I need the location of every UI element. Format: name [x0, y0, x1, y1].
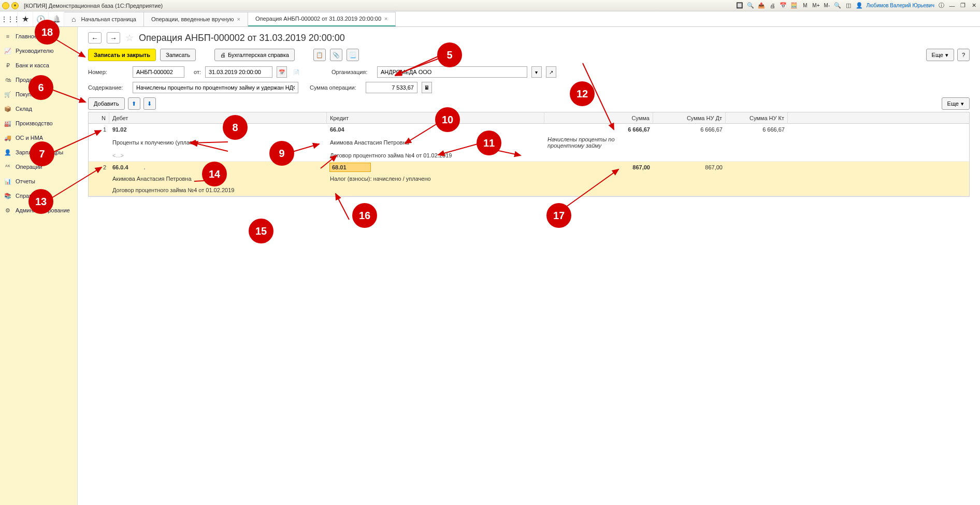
sidebar-label: Банк и касса [16, 62, 49, 68]
sidebar-item-production[interactable]: 🏭Производство [0, 116, 77, 131]
date-input[interactable] [205, 66, 272, 78]
cell-n[interactable]: 2 [89, 163, 109, 171]
th-sum[interactable]: Сумма [544, 112, 653, 124]
th-n[interactable]: N [89, 112, 109, 124]
favorites-icon[interactable] [18, 12, 33, 26]
print-button[interactable]: 🖨Бухгалтерская справка [214, 49, 295, 61]
annotation-6: 6 [28, 75, 53, 100]
tab-operation[interactable]: Операция АНБП-000002 от 31.03.2019 20:00… [248, 12, 396, 26]
logo-icon[interactable] [2, 2, 9, 9]
cell-sum[interactable]: 867,00 [544, 163, 653, 171]
sidebar-label: Производство [16, 120, 53, 126]
cell-credit-sub2[interactable] [327, 189, 544, 191]
table-more-button[interactable]: Еще ▾ [942, 97, 970, 110]
salary-icon: 👤 [4, 149, 11, 156]
tb-icon-mg[interactable]: 🔍 [833, 2, 842, 10]
sidebar-item-bank[interactable]: ₽Банк и касса [0, 58, 77, 73]
cell-debit-sub1[interactable]: Проценты к получению (уплате) [109, 138, 327, 147]
save-button[interactable]: Записать [160, 49, 196, 61]
org-label: Организация: [332, 69, 373, 75]
tab-operations-list[interactable]: Операции, введенные вручную × [144, 12, 248, 26]
cell-sumdt[interactable]: 867,00 [653, 163, 726, 171]
sidebar-item-manager[interactable]: 📈Руководителю [0, 44, 77, 58]
sidebar-label: Склад [16, 106, 32, 112]
table-row[interactable]: 1 91.02 66.04 6 666,67 6 666,67 6 666,67… [89, 124, 969, 162]
org-select-icon[interactable]: ▾ [531, 66, 542, 78]
cell-credit-sub1[interactable]: Налог (взносы): начислено / уплачено [327, 175, 544, 183]
tb-mm[interactable]: M- [823, 2, 831, 10]
cell-credit-acc[interactable]: 66.04 [327, 125, 544, 134]
content-input[interactable] [133, 82, 298, 93]
move-up-button[interactable]: ⬆ [128, 97, 140, 110]
cell-sumkt[interactable]: 6 666,67 [726, 125, 788, 134]
tb-mp[interactable]: M+ [812, 2, 820, 10]
tb-icon-calc[interactable]: 🧮 [790, 2, 798, 10]
annotation-14: 14 [202, 162, 227, 186]
list-icon-button[interactable]: 📃 [347, 49, 359, 61]
svg-line-7 [336, 194, 349, 220]
number-input[interactable] [133, 66, 184, 78]
sidebar-item-warehouse[interactable]: 📦Склад [0, 102, 77, 116]
annotation-5: 5 [437, 42, 462, 67]
apps-icon[interactable] [2, 12, 18, 26]
cell-credit-acc[interactable]: 68.01 [327, 162, 544, 172]
annotation-8: 8 [223, 115, 248, 140]
th-sumdt[interactable]: Сумма НУ Дт [653, 112, 726, 124]
date-label: от: [194, 69, 201, 75]
main-icon: ≡ [4, 33, 11, 39]
register-icon-button[interactable]: 📋 [313, 49, 326, 61]
dropdown-icon[interactable]: ▾ [11, 2, 19, 9]
cell-credit-sub1[interactable]: Акимова Анастасия Петровна [327, 138, 544, 147]
help-button[interactable]: ? [957, 49, 970, 61]
attach-icon-button[interactable]: 📎 [330, 49, 342, 61]
tb-icon-1[interactable]: 🔲 [736, 2, 744, 10]
warehouse-icon: 📦 [4, 106, 11, 112]
calendar-icon[interactable]: 📅 [277, 66, 287, 78]
main: ≡Главное 📈Руководителю ₽Банк и касса 🛍Пр… [0, 27, 980, 505]
org-input[interactable] [377, 66, 527, 78]
cell-credit-sub2[interactable]: Договор процентного займа №4 от 01.02.20… [327, 151, 544, 160]
annotation-9: 9 [269, 141, 294, 166]
calc-icon[interactable]: 🖩 [422, 82, 432, 93]
tb-m[interactable]: M [801, 2, 809, 10]
th-debit[interactable]: Дебет [109, 112, 327, 124]
tb-icon-3[interactable]: 📤 [757, 2, 766, 10]
cell-sumdt[interactable]: 6 666,67 [653, 125, 726, 134]
tb-icon-cal[interactable]: 📅 [779, 2, 787, 10]
cell-comment[interactable]: Начислены проценты по процентному займу [544, 135, 653, 150]
table-more-label: Еще [947, 100, 959, 107]
sidebar-item-reports[interactable]: 📊Отчеты [0, 174, 77, 189]
content: ← → ☆ Операция АНБП-000002 от 31.03.2019… [78, 27, 980, 505]
tab-home[interactable]: Начальная страница [64, 12, 144, 26]
tab-2-close-icon[interactable]: × [384, 16, 387, 22]
th-sumkt[interactable]: Сумма НУ Кт [726, 112, 788, 124]
tb-close-icon[interactable]: ✕ [970, 2, 978, 10]
tab-home-label: Начальная страница [81, 16, 136, 22]
tb-icon-win[interactable]: ◫ [844, 2, 853, 10]
nav-forward-button[interactable]: → [107, 32, 120, 44]
cell-debit-sub2[interactable]: <...> [109, 151, 327, 160]
tb-min-icon[interactable]: — [948, 2, 956, 10]
tb-info-icon[interactable]: ⓘ [937, 2, 945, 10]
save-close-button[interactable]: Записать и закрыть [88, 49, 156, 61]
tb-icon-2[interactable]: 🔍 [746, 2, 755, 10]
user-name[interactable]: Любимов Валерий Юрьевич [866, 3, 934, 8]
table-header: N Дебет Кредит Сумма Сумма НУ Дт Сумма Н… [89, 112, 969, 124]
cell-n[interactable]: 1 [89, 125, 109, 134]
tab-1-close-icon[interactable]: × [237, 16, 240, 22]
annotation-10: 10 [435, 107, 460, 132]
org-open-icon[interactable]: ↗ [546, 66, 556, 78]
sum-input[interactable] [366, 82, 417, 93]
cell-debit-acc[interactable]: 91.02 [109, 125, 327, 134]
nav-back-button[interactable]: ← [88, 32, 102, 44]
add-button[interactable]: Добавить [88, 97, 125, 110]
cell-sum[interactable]: 6 666,67 [544, 125, 653, 134]
cell-sumkt[interactable] [726, 166, 788, 168]
favorite-icon[interactable]: ☆ [125, 32, 134, 44]
move-down-button[interactable]: ⬇ [143, 97, 156, 110]
cell-debit-sub2[interactable]: Договор процентного займа №4 от 01.02.20… [109, 186, 327, 194]
tb-icon-4[interactable]: 🖨 [768, 2, 776, 10]
more-button[interactable]: Еще ▾ [926, 49, 954, 61]
status-icon[interactable]: 📄 [291, 66, 301, 78]
tb-max-icon[interactable]: ❐ [959, 2, 967, 10]
